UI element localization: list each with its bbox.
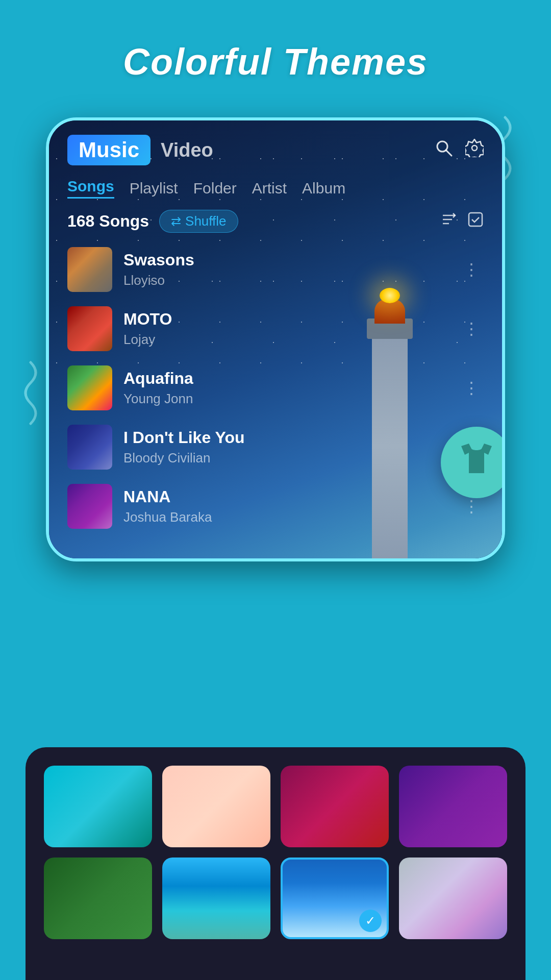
theme-swatch-purple[interactable] [399, 766, 507, 847]
song-title: NANA [123, 487, 459, 506]
theme-swatch-beach[interactable] [162, 857, 270, 939]
song-list: Swasons Lloyiso ⋮ MOTO Lojay ⋮ Aquafina [49, 240, 502, 536]
song-artist: Lloyiso [123, 273, 459, 288]
sub-tab-playlist[interactable]: Playlist [130, 180, 178, 197]
tab-music[interactable]: Music [67, 135, 151, 165]
more-options-icon[interactable]: ⋮ [459, 374, 484, 402]
song-info: Swasons Lloyiso [123, 251, 459, 288]
song-info: Aquafina Young Jonn [123, 369, 459, 407]
song-item[interactable]: Aquafina Young Jonn ⋮ [59, 358, 492, 418]
songs-count-row: 168 Songs ⇄ Shuffle [49, 203, 502, 240]
song-title: MOTO [123, 310, 459, 329]
theme-swatch-peach[interactable] [162, 766, 270, 847]
theme-swatch-lavender[interactable] [399, 857, 507, 939]
song-thumbnail [67, 425, 112, 470]
sub-tabs: Songs Playlist Folder Artist Album [49, 174, 502, 203]
theme-swatch-lighthouse[interactable]: ✓ [281, 857, 389, 939]
phone-mockup: Music Video Songs [46, 117, 505, 561]
sub-tab-songs[interactable]: Songs [67, 178, 114, 199]
song-item[interactable]: NANA Joshua Baraka ⋮ [59, 477, 492, 536]
app-content: Music Video Songs [49, 120, 502, 558]
song-item[interactable]: MOTO Lojay ⋮ [59, 299, 492, 358]
svg-line-1 [446, 150, 452, 156]
song-thumbnail [67, 247, 112, 292]
shuffle-icon: ⇄ [171, 214, 181, 229]
song-artist: Lojay [123, 332, 459, 348]
shuffle-button[interactable]: ⇄ Shuffle [159, 210, 238, 233]
svg-rect-7 [469, 213, 482, 226]
sub-tab-album[interactable]: Album [302, 180, 345, 197]
nav-icons [435, 139, 484, 162]
theme-grid: ✓ [44, 766, 507, 939]
song-item[interactable]: I Don't Like You Bloody Civilian ⋮ [59, 418, 492, 477]
song-info: I Don't Like You Bloody Civilian [123, 428, 459, 466]
song-item[interactable]: Swasons Lloyiso ⋮ [59, 240, 492, 299]
song-info: NANA Joshua Baraka [123, 487, 459, 525]
top-nav: Music Video [49, 120, 502, 174]
select-icon[interactable] [467, 211, 484, 232]
decorative-squiggle-left [15, 357, 46, 435]
settings-icon[interactable] [465, 139, 484, 162]
svg-point-3 [472, 145, 477, 151]
search-icon[interactable] [435, 139, 453, 162]
song-artist: Joshua Baraka [123, 509, 459, 525]
theme-panel: ✓ [26, 747, 525, 980]
svg-marker-2 [465, 139, 484, 157]
sub-tab-artist[interactable]: Artist [252, 180, 287, 197]
theme-selected-check: ✓ [359, 910, 382, 932]
song-title: Aquafina [123, 369, 459, 388]
song-thumbnail [67, 365, 112, 410]
song-info: MOTO Lojay [123, 310, 459, 348]
song-thumbnail [67, 306, 112, 351]
theme-swatch-green[interactable] [44, 857, 152, 939]
song-artist: Bloody Civilian [123, 450, 459, 466]
nav-tabs: Music Video [67, 135, 213, 165]
sort-icons [441, 211, 484, 232]
song-title: I Don't Like You [123, 428, 459, 447]
more-options-icon[interactable]: ⋮ [459, 315, 484, 342]
song-thumbnail [67, 484, 112, 529]
page-title: Colorful Themes [0, 0, 551, 103]
songs-count: 168 Songs [67, 212, 149, 231]
tab-video[interactable]: Video [161, 139, 213, 161]
sub-tab-folder[interactable]: Folder [193, 180, 237, 197]
tshirt-icon [459, 444, 494, 482]
theme-swatch-crimson[interactable] [281, 766, 389, 847]
theme-swatch-teal[interactable] [44, 766, 152, 847]
sort-icon[interactable] [441, 211, 457, 232]
more-options-icon[interactable]: ⋮ [459, 256, 484, 283]
song-title: Swasons [123, 251, 459, 270]
song-artist: Young Jonn [123, 391, 459, 407]
